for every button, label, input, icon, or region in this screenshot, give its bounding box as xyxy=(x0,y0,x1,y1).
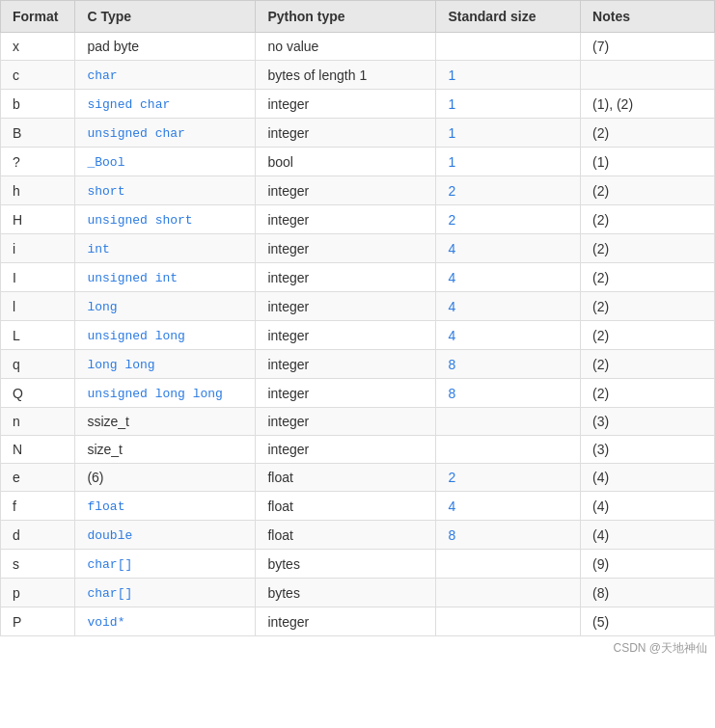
cell-format: x xyxy=(1,33,75,61)
cell-notes: (2) xyxy=(581,205,715,234)
table-row: xpad byteno value(7) xyxy=(1,33,715,61)
cell-ctype: (6) xyxy=(75,464,256,492)
table-row: schar[]bytes(9) xyxy=(1,550,715,579)
cell-python: no value xyxy=(256,33,436,61)
cell-ctype: char xyxy=(75,61,256,90)
cell-size: 2 xyxy=(436,205,581,234)
cell-size xyxy=(436,436,581,464)
table-row: nssize_tinteger(3) xyxy=(1,408,715,436)
table-header-row: Format C Type Python type Standard size … xyxy=(1,1,715,33)
cell-format: B xyxy=(1,119,75,148)
cell-size xyxy=(436,408,581,436)
cell-ctype: unsigned long xyxy=(75,321,256,350)
table-row: hshortinteger2(2) xyxy=(1,176,715,205)
cell-format: P xyxy=(1,607,75,636)
cell-notes: (2) xyxy=(581,379,715,408)
table-row: Iunsigned intinteger4(2) xyxy=(1,263,715,292)
cell-format: Q xyxy=(1,379,75,408)
table-row: Nsize_tinteger(3) xyxy=(1,436,715,464)
cell-ctype: _Bool xyxy=(75,148,256,176)
table-row: pchar[]bytes(8) xyxy=(1,579,715,607)
cell-size xyxy=(436,550,581,579)
table-row: Pvoid*integer(5) xyxy=(1,607,715,636)
table-row: ffloatfloat4(4) xyxy=(1,492,715,521)
cell-size xyxy=(436,33,581,61)
cell-size: 8 xyxy=(436,350,581,379)
cell-format: i xyxy=(1,234,75,263)
cell-python: integer xyxy=(256,90,436,119)
cell-notes: (2) xyxy=(581,119,715,148)
cell-notes: (4) xyxy=(581,492,715,521)
cell-python: integer xyxy=(256,119,436,148)
cell-python: integer xyxy=(256,321,436,350)
col-header-notes: Notes xyxy=(581,1,715,33)
cell-size: 8 xyxy=(436,521,581,550)
watermark-text: CSDN @天地神仙 xyxy=(0,636,715,661)
cell-format: q xyxy=(1,350,75,379)
cell-format: N xyxy=(1,436,75,464)
cell-size xyxy=(436,607,581,636)
cell-size: 4 xyxy=(436,492,581,521)
table-row: e(6)float2(4) xyxy=(1,464,715,492)
data-table: Format C Type Python type Standard size … xyxy=(0,0,715,636)
cell-notes: (1) xyxy=(581,148,715,176)
cell-python: bool xyxy=(256,148,436,176)
cell-ctype: pad byte xyxy=(75,33,256,61)
cell-format: c xyxy=(1,61,75,90)
cell-notes: (7) xyxy=(581,33,715,61)
cell-size xyxy=(436,579,581,607)
cell-format: s xyxy=(1,550,75,579)
cell-notes: (5) xyxy=(581,607,715,636)
table-row: ddoublefloat8(4) xyxy=(1,521,715,550)
cell-format: L xyxy=(1,321,75,350)
cell-ctype: unsigned long long xyxy=(75,379,256,408)
cell-notes: (9) xyxy=(581,550,715,579)
table-row: Hunsigned shortinteger2(2) xyxy=(1,205,715,234)
cell-python: integer xyxy=(256,234,436,263)
cell-ctype: double xyxy=(75,521,256,550)
table-row: Bunsigned charinteger1(2) xyxy=(1,119,715,148)
cell-size: 1 xyxy=(436,148,581,176)
cell-ctype: size_t xyxy=(75,436,256,464)
cell-python: integer xyxy=(256,350,436,379)
cell-python: integer xyxy=(256,408,436,436)
cell-notes: (4) xyxy=(581,521,715,550)
cell-notes: (8) xyxy=(581,579,715,607)
cell-format: ? xyxy=(1,148,75,176)
cell-notes: (2) xyxy=(581,263,715,292)
cell-ctype: signed char xyxy=(75,90,256,119)
cell-python: integer xyxy=(256,436,436,464)
cell-python: bytes of length 1 xyxy=(256,61,436,90)
table-row: Qunsigned long longinteger8(2) xyxy=(1,379,715,408)
cell-ctype: ssize_t xyxy=(75,408,256,436)
cell-ctype: unsigned short xyxy=(75,205,256,234)
cell-size: 1 xyxy=(436,119,581,148)
cell-format: d xyxy=(1,521,75,550)
cell-size: 4 xyxy=(436,321,581,350)
cell-format: I xyxy=(1,263,75,292)
cell-python: float xyxy=(256,521,436,550)
cell-notes: (2) xyxy=(581,292,715,321)
cell-notes: (2) xyxy=(581,321,715,350)
cell-python: bytes xyxy=(256,579,436,607)
cell-notes: (3) xyxy=(581,436,715,464)
cell-size: 4 xyxy=(436,292,581,321)
cell-python: bytes xyxy=(256,550,436,579)
table-row: iintinteger4(2) xyxy=(1,234,715,263)
table-row: Lunsigned longinteger4(2) xyxy=(1,321,715,350)
table-container: Format C Type Python type Standard size … xyxy=(0,0,715,661)
cell-notes: (1), (2) xyxy=(581,90,715,119)
cell-size: 1 xyxy=(436,61,581,90)
cell-python: integer xyxy=(256,176,436,205)
cell-ctype: int xyxy=(75,234,256,263)
cell-ctype: long xyxy=(75,292,256,321)
cell-ctype: float xyxy=(75,492,256,521)
cell-notes xyxy=(581,61,715,90)
table-row: ?_Boolbool1(1) xyxy=(1,148,715,176)
cell-python: integer xyxy=(256,292,436,321)
cell-size: 2 xyxy=(436,464,581,492)
cell-size: 8 xyxy=(436,379,581,408)
cell-format: p xyxy=(1,579,75,607)
col-header-ctype: C Type xyxy=(75,1,256,33)
cell-ctype: unsigned char xyxy=(75,119,256,148)
